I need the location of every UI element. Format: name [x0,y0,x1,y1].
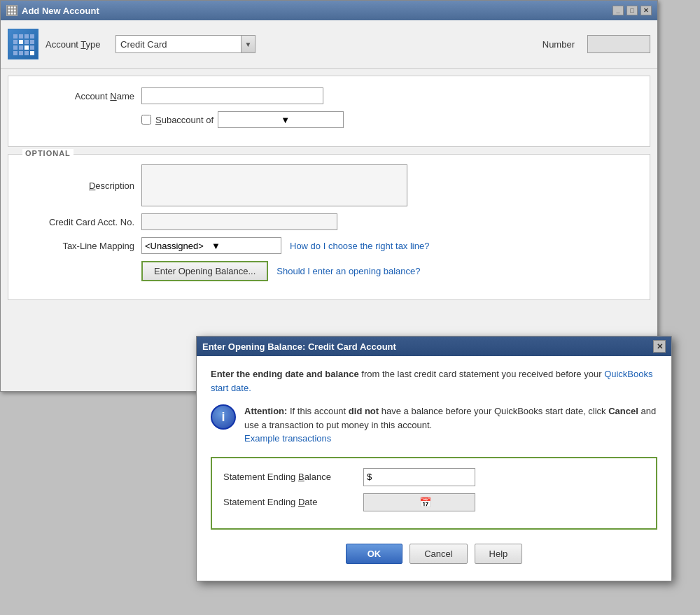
dialog-title: Enter Opening Balance: Credit Card Accou… [202,341,396,352]
tax-line-help-link[interactable]: How do I choose the right tax line? [290,241,429,251]
svg-rect-11 [24,34,29,38]
svg-rect-0 [8,6,10,8]
subaccount-checkbox[interactable] [141,115,151,125]
calendar-icon[interactable]: 📅 [419,497,472,508]
subaccount-label: Subaccount of [155,115,214,125]
maximize-button[interactable]: □ [626,6,638,15]
statement-ending-date-row: Statement Ending Date 📅 [223,493,645,511]
balance-form: Statement Ending Balance Statement Endin… [211,457,657,530]
svg-rect-22 [19,51,23,55]
svg-rect-5 [14,10,16,12]
svg-rect-7 [11,13,13,15]
account-type-label: Account Type [46,39,108,50]
svg-rect-4 [11,10,13,12]
attention-did-not: did not [349,406,379,416]
svg-rect-15 [24,40,29,44]
account-name-label: Account Name [22,91,134,101]
description-row: Description [22,164,636,206]
tax-line-value: <Unassigned> [145,241,211,251]
account-type-value: Credit Card [120,39,241,50]
svg-rect-3 [8,10,10,12]
svg-rect-10 [19,34,23,38]
help-button[interactable]: Help [475,544,523,564]
account-type-row: Account Type Credit Card ▼ Number [1,20,657,69]
svg-rect-1 [11,6,13,8]
dialog-intro-bold: Enter the ending date and balance [211,369,359,379]
info-icon: i [211,404,236,430]
example-transactions-link[interactable]: Example transactions [244,433,331,444]
dialog-title-bar: Enter Opening Balance: Credit Card Accou… [197,337,671,356]
svg-rect-20 [30,45,34,50]
attention-box: i Attention: If this account did not hav… [211,404,657,446]
svg-rect-18 [19,45,23,50]
description-input[interactable] [141,164,407,206]
attention-normal: If this account [290,406,349,416]
statement-ending-balance-input[interactable] [363,468,475,486]
subaccount-row: Subaccount of ▼ [141,111,636,128]
cancel-button[interactable]: Cancel [410,544,467,564]
svg-rect-14 [19,40,23,44]
number-label: Number [542,39,575,50]
account-name-input[interactable] [141,87,323,104]
tax-line-row: Tax-Line Mapping <Unassigned> ▼ How do I… [22,237,636,254]
statement-ending-date-input[interactable]: 📅 [363,493,475,511]
account-type-dropdown[interactable]: Credit Card ▼ [115,35,255,53]
account-name-row: Account Name [22,87,636,104]
dialog-body: Enter the ending date and balance from t… [197,356,671,581]
statement-ending-date-label: Statement Ending Date [223,497,363,507]
cc-acct-label: Credit Card Acct. No. [22,217,134,227]
close-button[interactable]: ✕ [640,6,652,15]
svg-rect-8 [14,13,16,15]
subaccount-dropdown[interactable]: ▼ [218,111,344,128]
enter-balance-row: Enter Opening Balance... Should I enter … [141,261,636,281]
account-form: Account Name Subaccount of ▼ [8,76,650,147]
svg-rect-17 [13,45,18,50]
minimize-button[interactable]: _ [612,6,624,15]
svg-rect-12 [30,34,34,38]
optional-section: OPTIONAL Description Credit Card Acct. N… [8,154,650,300]
svg-rect-2 [14,6,16,8]
svg-rect-21 [13,51,18,55]
svg-rect-19 [24,45,29,50]
svg-rect-13 [13,40,18,44]
number-input[interactable] [587,35,650,53]
account-type-icon [8,29,38,59]
title-bar-controls: _ □ ✕ [612,6,652,15]
dialog-intro-normal: from the last credit card statement you … [361,369,604,379]
statement-ending-balance-row: Statement Ending Balance [223,468,645,486]
main-window-title: Add New Account [22,6,99,16]
svg-rect-16 [30,40,34,44]
dialog-intro: Enter the ending date and balance from t… [211,367,657,395]
account-type-arrow[interactable]: ▼ [241,36,255,52]
dialog-buttons: OK Cancel Help [211,541,657,570]
main-title-bar: Add New Account _ □ ✕ [1,1,657,20]
attention-text: Attention: If this account did not have … [244,404,657,446]
svg-rect-6 [8,13,10,15]
cc-acct-input[interactable] [141,213,337,230]
svg-rect-9 [13,34,18,38]
svg-rect-23 [24,51,29,55]
svg-rect-24 [30,51,34,55]
tax-line-label: Tax-Line Mapping [22,241,134,251]
description-label: Description [22,181,134,191]
optional-label: OPTIONAL [22,149,74,157]
main-window: Add New Account _ □ ✕ [0,0,658,392]
statement-ending-balance-label: Statement Ending Balance [223,472,363,482]
enter-opening-balance-button[interactable]: Enter Opening Balance... [141,261,268,281]
dialog-window: Enter Opening Balance: Credit Card Accou… [196,336,672,581]
attention-after-did-not: have a balance before your QuickBooks st… [382,406,608,416]
attention-cancel-word: Cancel [608,406,638,416]
tax-line-dropdown[interactable]: <Unassigned> ▼ [141,237,281,254]
subaccount-arrow[interactable]: ▼ [281,115,340,125]
title-bar-left: Add New Account [6,5,99,16]
ok-button[interactable]: OK [346,544,403,564]
tax-line-arrow[interactable]: ▼ [211,241,278,251]
window-icon [6,5,18,16]
opening-balance-help-link[interactable]: Should I enter an opening balance? [276,266,420,276]
cc-acct-row: Credit Card Acct. No. [22,213,636,230]
attention-prefix: Attention: [244,406,287,416]
dialog-close-button[interactable]: ✕ [653,340,666,353]
